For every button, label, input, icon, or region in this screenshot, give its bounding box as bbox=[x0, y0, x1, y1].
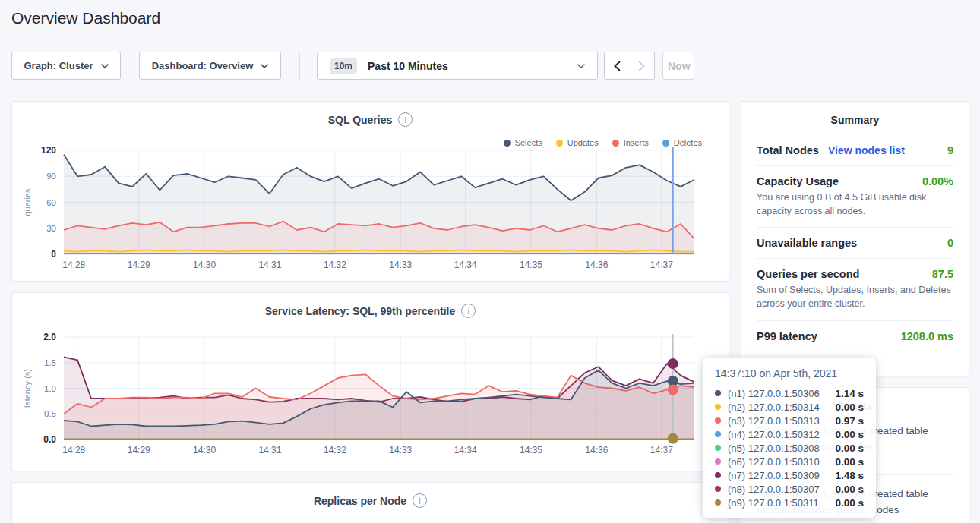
svg-text:14:28: 14:28 bbox=[62, 445, 85, 455]
svg-text:14:31: 14:31 bbox=[258, 445, 281, 455]
svg-text:0: 0 bbox=[51, 249, 56, 260]
time-prev-button[interactable] bbox=[604, 52, 630, 80]
summary-panel: Summary Total NodesView nodes list9Capac… bbox=[741, 101, 969, 376]
crosshair-dot bbox=[668, 385, 678, 395]
tooltip-node-row: (n7) 127.0.0.1:503091.48 s bbox=[715, 468, 864, 482]
chart-title-row: Service Latency: SQL, 99th percentile i bbox=[12, 304, 729, 318]
svg-text:0.5: 0.5 bbox=[44, 409, 56, 418]
summary-row: Queries per second87.5 bbox=[757, 268, 953, 280]
tooltip-node-address: (n2) 127.0.0.1:50314 bbox=[728, 402, 835, 413]
toolbar-divider bbox=[299, 52, 300, 80]
svg-text:14:32: 14:32 bbox=[324, 260, 346, 270]
tooltip-node-row: (n9) 127.0.0.1:503110.00 s bbox=[715, 496, 864, 509]
tooltip-node-address: (n7) 127.0.0.1:50309 bbox=[728, 470, 835, 481]
replicas-chart-title: Replicas per Node bbox=[314, 495, 406, 507]
svg-text:0.0: 0.0 bbox=[43, 434, 56, 445]
tooltip-node-value: 1.14 s bbox=[835, 388, 864, 399]
summary-title: Summary bbox=[741, 102, 969, 126]
svg-text:14:35: 14:35 bbox=[520, 445, 542, 455]
svg-text:60: 60 bbox=[46, 198, 56, 207]
dashboard-label: Dashboard: Overview bbox=[152, 60, 254, 71]
time-range-picker[interactable]: 10m Past 10 Minutes bbox=[317, 52, 598, 80]
info-icon[interactable]: i bbox=[398, 112, 413, 127]
svg-text:14:35: 14:35 bbox=[520, 260, 542, 270]
node-color-dot-icon bbox=[715, 431, 721, 437]
chart-title-row: SQL Queries i bbox=[12, 112, 729, 127]
tooltip-node-address: (n9) 127.0.0.1:50311 bbox=[728, 497, 835, 509]
summary-row-value: 0 bbox=[947, 237, 953, 249]
summary-row-value: 9 bbox=[947, 144, 953, 156]
svg-text:14:30: 14:30 bbox=[193, 445, 216, 455]
summary-row: Unavailable ranges0 bbox=[757, 237, 953, 249]
svg-text:14:31: 14:31 bbox=[258, 260, 281, 270]
tooltip-node-value: 0.00 s bbox=[835, 402, 864, 413]
summary-row: P99 latency1208.0 ms bbox=[757, 330, 953, 342]
node-color-dot-icon bbox=[715, 472, 721, 478]
svg-text:14:33: 14:33 bbox=[389, 445, 412, 455]
sql-queries-chart-title: SQL Queries bbox=[328, 114, 393, 126]
svg-text:14:37: 14:37 bbox=[650, 260, 673, 270]
svg-text:1.0: 1.0 bbox=[44, 384, 56, 393]
svg-text:queries: queries bbox=[23, 188, 32, 216]
tooltip-node-address: (n6) 127.0.0.1:50310 bbox=[728, 456, 835, 468]
tooltip-node-row: (n1) 127.0.0.1:503061.14 s bbox=[715, 386, 864, 400]
info-icon[interactable]: i bbox=[413, 493, 427, 508]
time-range-label: Past 10 Minutes bbox=[368, 60, 448, 72]
summary-divider bbox=[757, 320, 953, 321]
graph-scope-dropdown[interactable]: Graph: Cluster bbox=[11, 52, 121, 80]
chart-hover-tooltip: 14:37:10 on Apr 5th, 2021 (n1) 127.0.0.1… bbox=[703, 358, 876, 518]
tooltip-node-row: (n3) 127.0.0.1:503130.97 s bbox=[715, 414, 864, 427]
summary-row-value: 0.00% bbox=[922, 175, 953, 187]
sql-queries-chart[interactable]: 030609012014:2814:2914:3014:3114:3214:33… bbox=[18, 144, 725, 278]
crosshair-dot bbox=[668, 433, 678, 444]
now-button-disabled[interactable]: Now bbox=[662, 52, 694, 80]
svg-text:14:34: 14:34 bbox=[454, 445, 477, 455]
graph-scope-label: Graph: Cluster bbox=[24, 60, 93, 71]
summary-row-value: 87.5 bbox=[932, 268, 953, 280]
summary-divider bbox=[757, 258, 953, 259]
tooltip-rows: (n1) 127.0.0.1:503061.14 s(n2) 127.0.0.1… bbox=[715, 386, 864, 509]
svg-text:1.5: 1.5 bbox=[44, 358, 56, 367]
tooltip-node-row: (n6) 127.0.0.1:503100.00 s bbox=[715, 455, 864, 468]
chevron-down-icon bbox=[577, 64, 585, 68]
summary-rows: Total NodesView nodes list9Capacity Usag… bbox=[741, 126, 969, 342]
info-icon[interactable]: i bbox=[461, 304, 476, 318]
view-nodes-list-link[interactable]: View nodes list bbox=[828, 144, 905, 156]
svg-text:14:36: 14:36 bbox=[585, 445, 608, 455]
node-color-dot-icon bbox=[715, 486, 721, 492]
tooltip-node-value: 0.00 s bbox=[835, 429, 864, 440]
page-title: Overview Dashboard bbox=[11, 9, 160, 27]
svg-text:14:30: 14:30 bbox=[193, 260, 216, 270]
chart-title-row: Replicas per Node i bbox=[12, 493, 729, 508]
chevron-down-icon bbox=[261, 64, 268, 68]
node-color-dot-icon bbox=[715, 417, 721, 424]
chevron-right-icon bbox=[638, 61, 646, 71]
svg-text:14:37: 14:37 bbox=[650, 445, 673, 455]
svg-text:14:36: 14:36 bbox=[585, 260, 608, 270]
tooltip-node-row: (n8) 127.0.0.1:503070.00 s bbox=[715, 482, 864, 496]
summary-row-value: 1208.0 ms bbox=[901, 330, 953, 342]
time-range-badge: 10m bbox=[330, 58, 357, 74]
overview-dashboard-page: Overview Dashboard Graph: Cluster Dashbo… bbox=[0, 0, 980, 523]
tooltip-node-value: 0.00 s bbox=[835, 456, 864, 468]
service-latency-svg[interactable]: 0.00.51.01.52.014:2814:2914:3014:3114:32… bbox=[18, 331, 725, 460]
service-latency-chart-title: Service Latency: SQL, 99th percentile bbox=[265, 305, 456, 317]
svg-text:14:29: 14:29 bbox=[128, 260, 150, 270]
replicas-per-node-card: Replicas per Node i bbox=[11, 482, 729, 523]
svg-text:14:28: 14:28 bbox=[62, 260, 85, 270]
summary-row: Capacity Usage0.00% bbox=[757, 175, 953, 187]
service-latency-chart[interactable]: 0.00.51.01.52.014:2814:2914:3014:3114:32… bbox=[18, 331, 725, 463]
sql-queries-svg[interactable]: 030609012014:2814:2914:3014:3114:3214:33… bbox=[18, 144, 725, 275]
node-color-dot-icon bbox=[715, 458, 721, 465]
time-next-button-disabled[interactable] bbox=[629, 52, 655, 80]
tooltip-node-row: (n5) 127.0.0.1:503080.00 s bbox=[715, 441, 864, 455]
node-color-dot-icon bbox=[715, 445, 721, 451]
chevron-down-icon bbox=[101, 64, 109, 68]
tooltip-timestamp: 14:37:10 on Apr 5th, 2021 bbox=[715, 367, 864, 380]
summary-row-description: Sum of Selects, Updates, Inserts, and De… bbox=[757, 283, 953, 310]
dashboard-dropdown[interactable]: Dashboard: Overview bbox=[139, 52, 281, 80]
summary-divider bbox=[757, 165, 953, 166]
tooltip-node-address: (n3) 127.0.0.1:50313 bbox=[728, 415, 835, 427]
crosshair-dot bbox=[668, 358, 678, 369]
tooltip-node-value: 0.00 s bbox=[835, 497, 864, 509]
